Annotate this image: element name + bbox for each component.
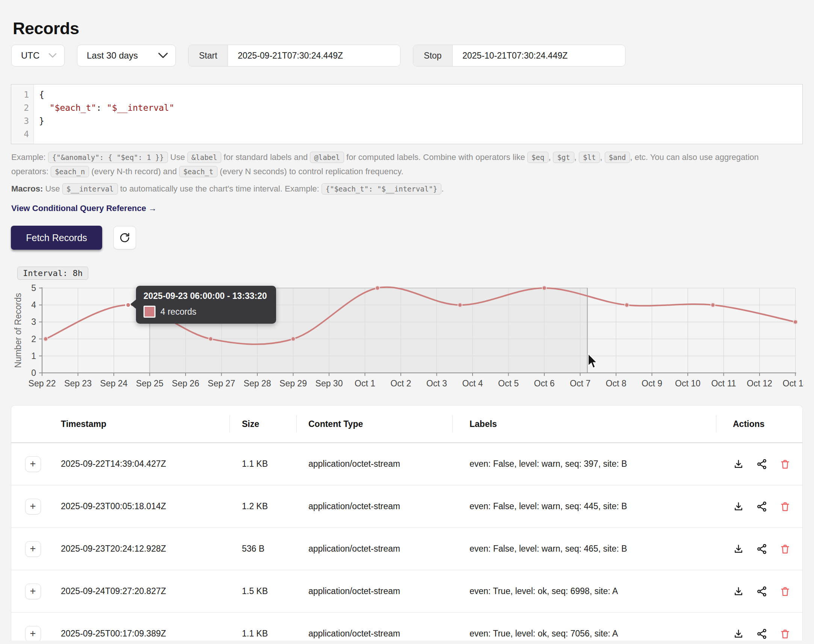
share-record-button[interactable] — [756, 628, 768, 639]
share-icon — [756, 543, 768, 555]
svg-text:Sep 30: Sep 30 — [316, 379, 343, 388]
actions-bar: Fetch Records — [11, 226, 136, 250]
cell-timestamp: 2025-09-23T00:05:18.014Z — [54, 501, 229, 511]
trash-icon — [779, 543, 791, 555]
query-reference-link[interactable]: View Conditional Query Reference → — [11, 201, 157, 216]
plus-icon: + — [30, 459, 36, 469]
cell-size: 536 B — [229, 544, 296, 554]
records-table-card: Timestamp Size Content Type Labels Actio… — [11, 405, 803, 641]
svg-text:2: 2 — [31, 334, 36, 344]
chevron-down-icon — [158, 52, 168, 58]
cell-timestamp: 2025-09-24T09:27:20.827Z — [54, 586, 229, 596]
stop-time-input[interactable] — [453, 45, 625, 66]
delete-record-button[interactable] — [779, 501, 791, 512]
mouse-cursor — [587, 353, 600, 369]
download-record-button[interactable] — [733, 501, 744, 512]
cell-size: 1.5 KB — [229, 586, 296, 596]
svg-text:Sep 24: Sep 24 — [100, 379, 128, 388]
column-header-content-type: Content Type — [296, 406, 452, 442]
download-record-button[interactable] — [733, 458, 744, 470]
time-range-select[interactable]: Last 30 days — [77, 45, 176, 66]
editor-lines: { "$each_t": "$__interval"} — [34, 84, 802, 144]
cell-labels: even: True, level: ok, seq: 7056, site: … — [452, 629, 716, 639]
help-paragraph-2: Macros: Use $__interval to automatically… — [11, 182, 797, 196]
stop-time-group: Stop — [413, 45, 625, 66]
column-header-labels: Labels — [452, 406, 716, 442]
table-row: + 2025-09-22T14:39:04.427Z 1.1 KB applic… — [11, 443, 802, 486]
column-header-actions: Actions — [716, 406, 802, 442]
svg-text:Sep 23: Sep 23 — [64, 379, 92, 388]
download-icon — [733, 586, 744, 597]
editor-gutter: 1234 — [11, 84, 34, 144]
share-record-button[interactable] — [756, 586, 768, 597]
share-record-button[interactable] — [756, 543, 768, 555]
records-chart[interactable]: 012345Sep 22Sep 23Sep 24Sep 25Sep 26Sep … — [11, 282, 804, 394]
cell-content-type: application/octet-stream — [296, 629, 452, 639]
expand-row-button[interactable]: + — [25, 499, 41, 514]
inline-code-chip: $__interval — [62, 183, 118, 195]
query-editor[interactable]: 1234 { "$each_t": "$__interval"} — [11, 84, 803, 144]
svg-text:Oct 1: Oct 1 — [355, 379, 375, 388]
tooltip-title: 2025-09-23 06:00:00 - 13:33:20 — [143, 291, 267, 301]
inline-code-chip: $each_n — [51, 166, 89, 177]
time-range-value: Last 30 days — [87, 50, 138, 61]
start-time-input[interactable] — [228, 45, 400, 66]
delete-record-button[interactable] — [779, 628, 791, 639]
table-body: + 2025-09-22T14:39:04.427Z 1.1 KB applic… — [11, 443, 802, 641]
chevron-down-icon — [48, 53, 57, 58]
timezone-select[interactable]: UTC — [11, 45, 65, 66]
download-record-button[interactable] — [733, 586, 744, 597]
share-icon — [756, 458, 768, 470]
share-icon — [756, 501, 768, 512]
svg-text:1: 1 — [31, 351, 36, 361]
delete-record-button[interactable] — [779, 458, 791, 470]
inline-code-chip: $and — [605, 152, 630, 163]
cell-labels: even: False, level: warn, seq: 465, site… — [452, 544, 716, 554]
download-record-button[interactable] — [733, 628, 744, 639]
cell-content-type: application/octet-stream — [296, 586, 452, 596]
share-record-button[interactable] — [756, 501, 768, 512]
svg-text:Oct 9: Oct 9 — [642, 379, 662, 388]
delete-record-button[interactable] — [779, 586, 791, 597]
fetch-records-button[interactable]: Fetch Records — [11, 226, 102, 250]
expand-row-button[interactable]: + — [25, 541, 41, 557]
chart-tooltip: 2025-09-23 06:00:00 - 13:33:20 4 records — [136, 286, 276, 324]
svg-text:Oct 6: Oct 6 — [534, 379, 555, 388]
cell-timestamp: 2025-09-22T14:39:04.427Z — [54, 459, 229, 469]
cell-size: 1.1 KB — [229, 459, 296, 469]
inline-code-chip: $each_t — [179, 166, 218, 177]
expand-row-button[interactable]: + — [25, 626, 41, 641]
delete-record-button[interactable] — [779, 543, 791, 555]
svg-text:Oct 8: Oct 8 — [606, 379, 627, 388]
inline-code-chip: $gt — [553, 152, 574, 163]
series-swatch — [143, 306, 155, 318]
svg-text:Sep 27: Sep 27 — [208, 379, 235, 388]
cell-content-type: application/octet-stream — [296, 459, 452, 469]
svg-text:Oct 12: Oct 12 — [747, 379, 772, 388]
inline-code-chip: &label — [187, 152, 222, 163]
trash-icon — [779, 586, 791, 597]
plus-icon: + — [30, 501, 36, 511]
svg-text:Oct 2: Oct 2 — [391, 379, 411, 388]
column-header-expand — [11, 406, 54, 442]
svg-text:Sep 28: Sep 28 — [244, 379, 271, 388]
expand-row-button[interactable]: + — [25, 456, 41, 472]
refresh-button[interactable] — [114, 226, 136, 249]
share-icon — [756, 628, 768, 639]
download-icon — [733, 628, 744, 639]
trash-icon — [779, 501, 791, 512]
table-row: + 2025-09-23T00:05:18.014Z 1.2 KB applic… — [11, 486, 802, 528]
cell-size: 1.1 KB — [229, 629, 296, 639]
svg-text:3: 3 — [31, 317, 36, 327]
download-icon — [733, 501, 744, 512]
svg-text:Oct 5: Oct 5 — [498, 379, 519, 388]
refresh-icon — [119, 232, 131, 244]
expand-row-button[interactable]: + — [25, 584, 41, 599]
inline-code-chip: {"$each_t": "$__interval"} — [321, 183, 441, 195]
share-record-button[interactable] — [756, 458, 768, 470]
download-record-button[interactable] — [733, 543, 744, 555]
inline-code-chip: @label — [310, 152, 344, 163]
table-row: + 2025-09-23T20:24:12.928Z 536 B applica… — [11, 528, 802, 570]
svg-text:5: 5 — [31, 283, 36, 293]
svg-text:Oct 3: Oct 3 — [426, 379, 447, 388]
